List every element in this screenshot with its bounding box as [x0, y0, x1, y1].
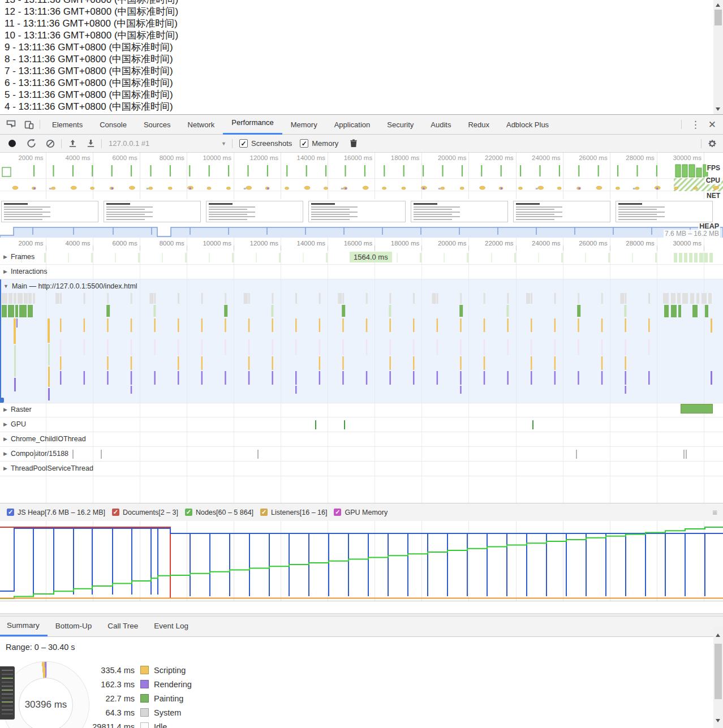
more-options-icon[interactable]: ⋮	[685, 119, 706, 131]
frame-bar[interactable]	[674, 253, 677, 262]
frame-bar[interactable]	[632, 253, 633, 262]
counter-checkbox-js-heap[interactable]: ✓	[7, 509, 14, 516]
details-tab-event-log[interactable]: Event Log	[146, 617, 196, 636]
frame-bar[interactable]	[138, 253, 140, 262]
frame-bar[interactable]	[694, 253, 698, 262]
settings-gear-icon[interactable]	[705, 136, 720, 151]
frame-bar[interactable]	[709, 253, 713, 262]
tab-redux[interactable]: Redux	[459, 115, 498, 134]
screenshot-thumbnail[interactable]	[308, 201, 406, 222]
timeline-tracks[interactable]: 2000 ms4000 ms6000 ms8000 ms10000 ms1200…	[0, 238, 723, 503]
scroll-down-icon[interactable]	[716, 719, 720, 722]
scrollbar-thumb[interactable]	[715, 10, 722, 25]
frame-bar[interactable]	[326, 253, 328, 262]
tab-memory[interactable]: Memory	[282, 115, 326, 134]
tab-application[interactable]: Application	[326, 115, 379, 134]
record-button[interactable]	[5, 136, 19, 151]
memory-counters-chart[interactable]	[0, 521, 723, 613]
track-compositor-15188[interactable]: ▶Compositor/15188	[3, 450, 68, 458]
frame-bar[interactable]	[655, 253, 657, 262]
frame-bar[interactable]	[279, 253, 281, 262]
scrollbar-thumb[interactable]	[715, 644, 722, 699]
counter-checkbox-documents[interactable]: ✓	[112, 509, 119, 516]
save-profile-icon[interactable]	[83, 136, 98, 151]
page-scrollbar[interactable]	[713, 0, 723, 114]
frame-bar[interactable]	[232, 253, 234, 262]
frame-bar[interactable]	[699, 253, 703, 262]
track-raster[interactable]: ▶Raster	[3, 406, 32, 413]
frame-bar[interactable]	[467, 253, 468, 262]
track-interactions[interactable]: ▶Interactions	[3, 268, 48, 275]
screenshots-checkbox[interactable]: ✓	[239, 139, 248, 148]
heap-overview[interactable]: HEAP 7.6 MB – 16.2 MB	[0, 223, 723, 238]
tab-console[interactable]: Console	[91, 115, 135, 134]
track-main[interactable]: ▼Main — http://127.0.0.1:5500/index.html	[3, 282, 137, 290]
frame-bar[interactable]	[689, 253, 692, 262]
collapse-icon[interactable]: ▼	[3, 283, 8, 289]
device-toolbar-icon[interactable]	[21, 117, 36, 132]
summary-scrollbar[interactable]	[713, 627, 723, 728]
frame-bar[interactable]	[704, 253, 708, 262]
main-flamechart[interactable]	[0, 292, 723, 403]
expand-icon[interactable]: ▶	[3, 407, 7, 412]
frame-bar[interactable]	[44, 253, 46, 262]
screenshot-thumbnail[interactable]	[206, 201, 303, 222]
frame-bar[interactable]	[561, 253, 563, 262]
screenshot-thumbnail[interactable]	[513, 201, 610, 222]
timeline-overview[interactable]: 2000 ms4000 ms6000 ms8000 ms10000 ms1200…	[0, 153, 723, 200]
frame-bar[interactable]	[514, 253, 516, 262]
inspect-element-icon[interactable]	[3, 117, 18, 132]
raster-task-block[interactable]	[681, 404, 713, 413]
frame-bar[interactable]	[91, 253, 93, 262]
memory-checkbox[interactable]: ✓	[300, 139, 308, 148]
frame-bar[interactable]	[491, 253, 492, 262]
close-devtools-icon[interactable]: ✕	[706, 119, 723, 131]
tab-security[interactable]: Security	[378, 115, 422, 134]
frame-bar[interactable]	[68, 253, 69, 262]
frame-bar[interactable]	[256, 253, 257, 262]
screenshot-thumbnail[interactable]	[411, 201, 508, 222]
frame-bar[interactable]	[585, 253, 586, 262]
screenshot-thumbnail[interactable]	[1, 201, 98, 222]
track-chrome-childiothread[interactable]: ▶Chrome_ChildIOThread	[3, 435, 86, 443]
frame-bar[interactable]	[303, 253, 304, 262]
details-tab-call-tree[interactable]: Call Tree	[100, 617, 146, 636]
tab-elements[interactable]: Elements	[44, 115, 91, 134]
counter-checkbox-nodes[interactable]: ✓	[185, 509, 192, 516]
frame-bar[interactable]	[444, 253, 445, 262]
frame-bar[interactable]	[185, 253, 187, 262]
track-gpu[interactable]: ▶GPU	[3, 420, 26, 428]
trash-icon[interactable]	[346, 136, 361, 151]
tab-audits[interactable]: Audits	[422, 115, 459, 134]
track-frames[interactable]: ▶Frames	[3, 253, 35, 261]
screenshot-thumbnail[interactable]	[104, 201, 201, 222]
counter-checkbox-listeners[interactable]: ✓	[260, 509, 268, 516]
scroll-down-icon[interactable]	[716, 107, 720, 111]
selection-handle-grip[interactable]	[0, 398, 4, 403]
frame-bar[interactable]	[538, 253, 539, 262]
frame-bar[interactable]	[679, 253, 682, 262]
frame-bar[interactable]	[115, 253, 116, 262]
expand-icon[interactable]: ▶	[3, 269, 7, 274]
counter-checkbox-gpu-memory[interactable]: ✓	[334, 509, 341, 516]
frame-bar[interactable]	[209, 253, 210, 262]
profile-select[interactable]: 127.0.0.1 #1 ▼	[105, 139, 229, 148]
tab-sources[interactable]: Sources	[135, 115, 179, 134]
scroll-up-icon[interactable]	[716, 3, 720, 7]
frame-bar[interactable]	[397, 253, 398, 262]
tab-adblock-plus[interactable]: Adblock Plus	[498, 115, 557, 134]
hamburger-menu-icon[interactable]: ≡	[712, 510, 717, 515]
track-threadpoolservicethread[interactable]: ▶ThreadPoolServiceThread	[3, 464, 93, 472]
frame-bar[interactable]	[608, 253, 610, 262]
frame-duration-badge[interactable]: 1564.0 ms	[350, 252, 392, 262]
expand-icon[interactable]: ▶	[3, 436, 7, 442]
expand-icon[interactable]: ▶	[3, 254, 7, 260]
selection-left-handle[interactable]	[0, 279, 1, 403]
tab-performance[interactable]: Performance	[223, 114, 282, 135]
expand-icon[interactable]: ▶	[3, 421, 7, 427]
details-tab-bottom-up[interactable]: Bottom-Up	[48, 617, 100, 636]
frame-bar[interactable]	[420, 253, 421, 262]
expand-icon[interactable]: ▶	[3, 466, 7, 471]
expand-icon[interactable]: ▶	[3, 451, 7, 456]
load-profile-icon[interactable]	[65, 136, 80, 151]
